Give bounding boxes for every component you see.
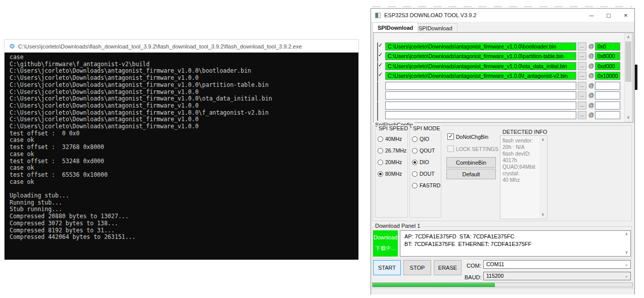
- file-path-field[interactable]: C:\Users\jcorleto\Downloads\antagonist_f…: [385, 52, 576, 60]
- mac-info-box: AP: 7CDFA1E375FD STA: 7CDFA1E375FC BT: 7…: [400, 230, 631, 257]
- file-row-checkbox[interactable]: [377, 43, 384, 49]
- radio-icon: [378, 148, 383, 154]
- maximize-button[interactable]: □: [600, 9, 617, 22]
- console-output: case C:\github\firmware\f_antagonist-v2\…: [5, 53, 358, 260]
- file-row-checkbox[interactable]: [377, 102, 384, 109]
- radio-dio[interactable]: DIO: [412, 159, 429, 165]
- progress-bar-fill: [373, 283, 495, 287]
- start-button[interactable]: START: [373, 260, 401, 275]
- file-path-field[interactable]: [385, 82, 576, 90]
- radio-fastrd[interactable]: FASTRD: [412, 182, 440, 188]
- offset-field[interactable]: [595, 91, 620, 100]
- file-row-checkbox[interactable]: [377, 92, 384, 98]
- download-panel-label: Download Panel 1: [374, 223, 422, 229]
- browse-button[interactable]: ...: [578, 42, 586, 51]
- combinebin-button[interactable]: CombineBin: [446, 157, 496, 168]
- offset-field[interactable]: 0x0: [595, 42, 620, 51]
- file-path-field[interactable]: C:\Users\jcorleto\Downloads\antagonist_f…: [385, 72, 576, 80]
- scroll-down-icon[interactable]: ∨: [625, 114, 632, 121]
- minimize-button[interactable]: —: [583, 9, 600, 22]
- chevron-down-icon: ⌄: [624, 272, 628, 280]
- scroll-up-icon[interactable]: ∧: [623, 231, 630, 238]
- com-port-value: COM11: [486, 261, 504, 267]
- checkbox-icon: [377, 91, 378, 101]
- file-path-field[interactable]: C:\Users\jcorleto\Downloads\antagonist_f…: [385, 42, 576, 51]
- desktop: ⚙ C:\Users\jcorleto\Downloads\flash_down…: [0, 0, 644, 298]
- browse-button[interactable]: ...: [578, 52, 586, 60]
- at-symbol: @: [588, 62, 594, 70]
- lock-settings-checkbox[interactable]: LOCK SETTINGS: [447, 145, 498, 152]
- offset-field[interactable]: [595, 102, 620, 110]
- at-symbol: @: [588, 52, 594, 60]
- radio-dout[interactable]: DOUT: [412, 171, 435, 177]
- checkbox-icon: [447, 145, 454, 152]
- file-list-scrollbar[interactable]: ∧ ∨: [624, 33, 632, 122]
- erase-button[interactable]: ERASE: [434, 260, 462, 275]
- esp-download-tool-window: ESP32S3 DOWNLOAD TOOL V3.9.2 — □ ✕ SPIDo…: [371, 8, 635, 294]
- baud-rate-value: 115200: [486, 273, 503, 279]
- baud-rate-select[interactable]: 115200 ⌄: [483, 272, 631, 280]
- file-path-field[interactable]: [385, 111, 576, 119]
- file-path-field[interactable]: [385, 91, 576, 100]
- detected-info-text: flash vendor: 20h : N/A flash devID: 401…: [502, 137, 539, 218]
- browse-button[interactable]: ...: [578, 72, 586, 80]
- scroll-up-icon[interactable]: ∧: [625, 34, 632, 41]
- file-path-field[interactable]: C:\Users\jcorleto\Downloads\antagonist_f…: [385, 62, 576, 70]
- file-row-checkbox[interactable]: [377, 112, 384, 118]
- mac-info-scrollbar[interactable]: ∧ ∨: [623, 231, 630, 256]
- radio-80mhz[interactable]: 80MHz: [378, 171, 402, 177]
- browse-button[interactable]: ...: [578, 111, 586, 119]
- radio-qio[interactable]: QIO: [412, 136, 429, 142]
- close-button[interactable]: ✕: [617, 9, 634, 22]
- donotchgbin-checkbox[interactable]: DoNotChgBin: [447, 133, 488, 140]
- stop-button[interactable]: STOP: [403, 260, 431, 275]
- checkbox-icon: [377, 52, 378, 62]
- radio-icon: [378, 136, 383, 142]
- at-symbol: @: [588, 82, 594, 90]
- radio-icon: [412, 160, 418, 165]
- browse-button[interactable]: ...: [578, 91, 586, 100]
- mac-info-text: AP: 7CDFA1E375FD STA: 7CDFA1E375FC BT: 7…: [404, 233, 621, 248]
- file-row-checkbox[interactable]: [377, 72, 384, 79]
- offset-field[interactable]: 0x10000: [595, 72, 620, 80]
- status-bar: [371, 288, 634, 294]
- esp-titlebar[interactable]: ESP32S3 DOWNLOAD TOOL V3.9.2 — □ ✕: [371, 9, 634, 22]
- radio-26.7mhz[interactable]: 26.7MHz: [378, 147, 406, 154]
- at-symbol: @: [588, 42, 594, 51]
- console-titlebar[interactable]: ⚙ C:\Users\jcorleto\Downloads\flash_down…: [5, 40, 358, 53]
- checkbox-icon: [377, 102, 378, 111]
- detected-info-scrollbar[interactable]: ∧ ∨: [539, 136, 546, 218]
- offset-field[interactable]: 0xd000: [595, 62, 620, 70]
- radio-qout[interactable]: QOUT: [412, 147, 435, 154]
- at-symbol: @: [588, 102, 594, 110]
- file-row-checkbox[interactable]: [377, 82, 384, 89]
- tab-spidownload[interactable]: SPIDownload: [373, 22, 418, 32]
- browse-button[interactable]: ...: [578, 102, 586, 110]
- offset-field[interactable]: [595, 82, 620, 90]
- browse-button[interactable]: ...: [578, 82, 586, 90]
- scroll-down-icon[interactable]: ∨: [539, 211, 546, 218]
- checkbox-icon: [377, 72, 378, 81]
- file-path-field[interactable]: [385, 102, 576, 110]
- checkbox-icon: [377, 42, 378, 52]
- com-port-select[interactable]: COM11 ⌄: [483, 260, 631, 269]
- radio-icon: [378, 171, 383, 177]
- offset-field[interactable]: 0x8000: [595, 52, 620, 60]
- radio-20mhz[interactable]: 20MHz: [378, 159, 402, 165]
- radio-icon: [378, 160, 383, 165]
- download-status-box: Download 下载中...: [373, 230, 398, 257]
- at-symbol: @: [588, 72, 594, 80]
- background-window-edge: [373, 6, 632, 7]
- chevron-down-icon: ⌄: [624, 261, 628, 268]
- com-label: COM:: [467, 263, 481, 269]
- radio-40mhz[interactable]: 40MHz: [378, 136, 402, 142]
- console-title: C:\Users\jcorleto\Downloads\flash_downlo…: [18, 43, 302, 49]
- file-row-checkbox[interactable]: [377, 63, 384, 69]
- browse-button[interactable]: ...: [578, 62, 586, 70]
- file-row-checkbox[interactable]: [377, 53, 384, 59]
- default-button[interactable]: Default: [446, 169, 496, 179]
- scrollbar-thumb[interactable]: [625, 41, 631, 82]
- scroll-down-icon[interactable]: ∨: [623, 249, 630, 256]
- offset-field[interactable]: [595, 111, 620, 119]
- scroll-up-icon[interactable]: ∧: [539, 136, 546, 143]
